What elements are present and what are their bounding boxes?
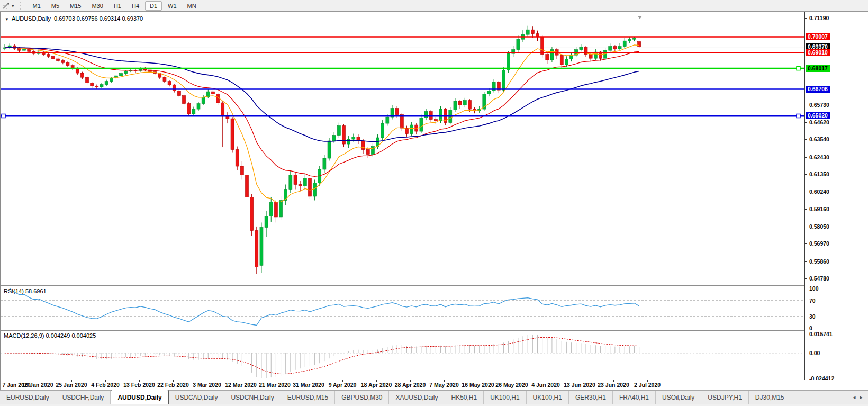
time-axis[interactable]: 7 Jan 202016 Jan 202025 Jan 20204 Feb 20… (1, 380, 868, 390)
tab-gbpusd-m30-6[interactable]: GBPUSD,M30 (335, 391, 389, 404)
price-tick-label: 0.63540 (809, 136, 829, 142)
rsi-indicator-label: RSI(14) 58.6961 (4, 288, 47, 294)
price-tick-label: 0.55860 (809, 258, 829, 265)
tab-eurusd-daily-0[interactable]: EURUSD,Daily (0, 391, 56, 404)
time-tick-label: 23 Jun 2020 (598, 382, 629, 388)
price-line-badge: 0.68017 (806, 65, 830, 72)
timeframe-button-w1[interactable]: W1 (163, 1, 182, 11)
price-tick-label: 0.58050 (809, 223, 829, 230)
macd-tick-label: 0.00 (809, 350, 820, 356)
timeframe-button-d1[interactable]: D1 (145, 1, 162, 11)
price-tick-label: 0.59160 (809, 206, 829, 212)
axis-tick-mark (805, 261, 807, 262)
tab-usdcnh-daily-4[interactable]: USDCNH,Daily (224, 391, 281, 404)
axis-tick-mark (805, 192, 807, 192)
price-pane[interactable] (1, 13, 804, 285)
tab-audusd-daily-2[interactable]: AUDUSD,Daily (111, 390, 168, 404)
axis-tick-mark (805, 105, 807, 105)
tab-ger30-h1-11[interactable]: GER30,H1 (569, 391, 613, 404)
status-strip (0, 404, 868, 406)
tab-usdchf-daily-1[interactable]: USDCHF,Daily (56, 391, 111, 404)
price-line-badge: 0.66706 (806, 86, 830, 93)
axis-tick-mark (805, 209, 807, 210)
chart-tab-bar: EURUSD,DailyUSDCHF,DailyAUDUSD,DailyUSDC… (0, 390, 868, 404)
axis-tick-mark (805, 18, 807, 19)
tab-usdjpy-h1-14[interactable]: USDJPY,H1 (701, 391, 748, 404)
time-tick-label: 2 Jul 2020 (634, 382, 661, 388)
time-tick-label: 21 Mar 2020 (259, 382, 291, 388)
time-tick-label: 13 Feb 2020 (123, 382, 155, 388)
axis-tick-mark (805, 243, 807, 244)
time-tick-label: 25 Jan 2020 (56, 382, 87, 388)
price-tick-label: 0.64620 (809, 119, 829, 125)
cursor-tool-group[interactable]: ▾ (0, 2, 16, 10)
rsi-pane[interactable] (1, 286, 804, 330)
timeframe-button-m5[interactable]: M5 (47, 1, 64, 11)
line-handle[interactable] (2, 114, 5, 118)
tab-hk50-h1-8[interactable]: HK50,H1 (445, 391, 484, 404)
chart-title-ohlc: 0.69703 0.69756 0.69314 0.69370 (54, 15, 143, 22)
axis-tick-mark (805, 139, 807, 140)
time-tick-label: 16 May 2020 (462, 382, 494, 388)
price-line-badge: 0.65020 (806, 112, 830, 119)
macd-indicator-label: MACD(12,26,9) 0.004249 0.004025 (4, 332, 96, 339)
axis-tick-mark (805, 227, 807, 227)
timeframe-button-mn[interactable]: MN (183, 1, 201, 11)
macd-pane[interactable] (1, 331, 804, 380)
time-tick-label: 28 Apr 2020 (395, 382, 426, 388)
timeframe-button-h1[interactable]: H1 (109, 1, 126, 11)
rsi-tick-label: 100 (809, 285, 819, 292)
rsi-tick-label: 30 (809, 313, 816, 320)
tab-usdcad-daily-3[interactable]: USDCAD,Daily (169, 391, 225, 404)
price-tick-label: 0.56970 (809, 240, 829, 247)
price-tick-label: 0.60240 (809, 188, 829, 195)
tab-usoil-daily-13[interactable]: USOil,Daily (656, 391, 701, 404)
price-axis[interactable]: 0.711900.657300.646200.635400.624300.613… (804, 12, 868, 380)
price-tick-label: 0.65730 (809, 102, 829, 108)
chart-title-dropdown-icon[interactable]: ▼ (5, 17, 9, 22)
tab-xauusd-daily-7[interactable]: XAUUSD,Daily (389, 391, 445, 404)
tab-uk100-h1-10[interactable]: UK100,H1 (527, 391, 569, 404)
timeframe-button-m15[interactable]: M15 (65, 1, 86, 11)
line-handle[interactable] (797, 114, 800, 118)
time-tick-label: 31 Mar 2020 (293, 382, 324, 388)
cursor-tool-dropdown-icon[interactable]: ▾ (12, 3, 14, 8)
price-tick-label: 0.71190 (809, 15, 829, 21)
tab-uk100-h1-9[interactable]: UK100,H1 (484, 391, 526, 404)
time-tick-label: 16 Jan 2020 (22, 382, 53, 388)
macd-tick-label: 0.015741 (809, 331, 833, 337)
timeframe-button-h4[interactable]: H4 (127, 1, 144, 11)
time-tick-label: 13 Jun 2020 (564, 382, 595, 388)
axis-tick-mark (805, 122, 807, 123)
rsi-tick-label: 70 (809, 297, 816, 304)
chart-title-symbol: AUDUSD,Daily (12, 15, 51, 22)
price-line-badge: 0.70007 (806, 33, 830, 40)
time-tick-label: 4 Jun 2020 (531, 382, 560, 388)
tab-dj30-m15-15[interactable]: DJ30,M15 (749, 391, 791, 404)
price-tick-label: 0.62430 (809, 154, 829, 160)
tab-eurusd-m15-5[interactable]: EURUSD,M15 (281, 391, 335, 404)
time-tick-label: 18 Apr 2020 (361, 382, 392, 388)
time-tick-label: 9 Apr 2020 (329, 382, 357, 388)
time-tick-label: 7 May 2020 (429, 382, 458, 388)
axis-tick-mark (805, 278, 807, 279)
time-tick-label: 12 Mar 2020 (225, 382, 257, 388)
tab-fra40-h1-12[interactable]: FRA40,H1 (613, 391, 656, 404)
tab-scroll-left-icon[interactable]: ◂ (853, 394, 856, 401)
axis-tick-mark (805, 157, 807, 158)
cursor-tool-icon (2, 2, 10, 10)
tab-scroll-right-icon[interactable]: ▸ (860, 394, 863, 401)
timeframe-toolbar: M1M5M15M30H1H4D1W1MN (28, 1, 202, 11)
price-line-badge: 0.69010 (806, 49, 830, 56)
timeframe-button-m1[interactable]: M1 (28, 1, 46, 11)
chart-title: ▼AUDUSD,Daily 0.69703 0.69756 0.69314 0.… (5, 15, 143, 22)
axis-tick-mark (805, 174, 807, 175)
price-tick-label: 0.61350 (809, 171, 829, 177)
price-tick-label: 0.54780 (809, 275, 829, 282)
toolbar-grip (20, 2, 23, 10)
timeframe-button-m30[interactable]: M30 (87, 1, 108, 11)
time-tick-label: 22 Feb 2020 (157, 382, 189, 388)
line-handle[interactable] (797, 67, 800, 70)
toolbar: ▾ M1M5M15M30H1H4D1W1MN (0, 0, 868, 12)
chart-window[interactable]: ▼AUDUSD,Daily 0.69703 0.69756 0.69314 0.… (0, 12, 868, 390)
